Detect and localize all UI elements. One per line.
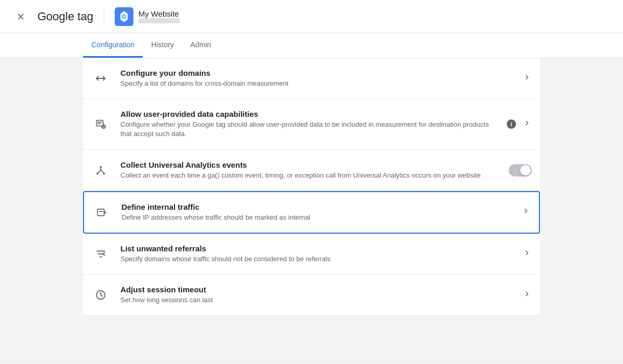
item-desc-configure-domains: Specify a list of domains for cross-doma… (120, 79, 514, 88)
item-title-configure-domains: Configure your domains (120, 69, 514, 77)
menu-item-session-timeout[interactable]: Adjust session timeout Set how long sess… (83, 275, 540, 316)
close-button[interactable] (12, 8, 29, 25)
clock-icon (91, 286, 110, 304)
chevron-right-icon (522, 73, 532, 85)
item-desc-unwanted-referrals: Specify domains whose traffic should not… (120, 254, 514, 264)
menu-item-unwanted-referrals[interactable]: List unwanted referrals Specify domains … (83, 234, 540, 275)
svg-rect-8 (98, 209, 104, 215)
item-content-session-timeout: Adjust session timeout Set how long sess… (120, 285, 514, 305)
internal-traffic-icon (92, 203, 111, 222)
brand-section: G My Website (115, 7, 180, 26)
chevron-right-icon (522, 289, 532, 301)
brand-sub (139, 18, 180, 23)
brand-info: My Website (139, 9, 180, 23)
item-content-user-data: Allow user-provided data capabilities Co… (120, 110, 498, 139)
brand-name: My Website (139, 9, 180, 18)
filter-icon (91, 245, 110, 263)
item-desc-user-data: Configure whether your Google tag should… (120, 120, 498, 139)
header-divider (104, 7, 104, 26)
menu-item-universal-analytics[interactable]: Collect Universal Analytics events Colle… (83, 150, 540, 191)
item-desc-universal-analytics: Collect an event each time a ga() custom… (120, 171, 500, 180)
tabs-bar: Configuration History Admin (0, 33, 623, 58)
user-data-icon (91, 115, 110, 133)
item-actions-unwanted-referrals (522, 248, 532, 260)
menu-item-user-data[interactable]: Allow user-provided data capabilities Co… (83, 99, 540, 150)
item-actions-configure-domains (522, 73, 532, 85)
chevron-right-icon (522, 248, 532, 260)
arrows-icon (91, 69, 110, 88)
item-title-session-timeout: Adjust session timeout (120, 285, 514, 294)
menu-item-internal-traffic[interactable]: Define internal traffic Define IP addres… (83, 191, 540, 234)
tab-configuration[interactable]: Configuration (83, 33, 143, 58)
item-content-configure-domains: Configure your domains Specify a list of… (120, 69, 514, 88)
item-actions-user-data: i (507, 118, 532, 130)
item-content-universal-analytics: Collect Universal Analytics events Colle… (120, 160, 500, 180)
item-actions-internal-traffic (521, 206, 531, 218)
content-area: Configure your domains Specify a list of… (0, 58, 623, 363)
menu-list: Configure your domains Specify a list of… (83, 58, 540, 316)
svg-line-10 (103, 254, 105, 255)
info-icon[interactable]: i (507, 119, 516, 129)
item-title-user-data: Allow user-provided data capabilities (120, 110, 498, 118)
fork-icon (91, 161, 110, 180)
item-content-unwanted-referrals: List unwanted referrals Specify domains … (120, 244, 514, 264)
svg-text:G: G (121, 13, 126, 19)
tab-history[interactable]: History (143, 33, 182, 58)
chevron-right-icon (521, 206, 531, 218)
item-actions-universal-analytics (509, 164, 532, 177)
item-title-universal-analytics: Collect Universal Analytics events (120, 160, 500, 169)
item-content-internal-traffic: Define internal traffic Define IP addres… (121, 203, 513, 222)
header: Google tag G My Website (0, 0, 623, 33)
item-title-unwanted-referrals: List unwanted referrals (120, 244, 514, 253)
toggle-universal-analytics[interactable] (509, 164, 532, 177)
chevron-right-icon (522, 118, 532, 130)
item-actions-session-timeout (522, 289, 532, 301)
google-tag-icon: G (115, 7, 133, 26)
item-desc-internal-traffic: Define IP addresses whose traffic should… (121, 213, 513, 222)
menu-item-configure-domains[interactable]: Configure your domains Specify a list of… (83, 58, 540, 99)
item-title-internal-traffic: Define internal traffic (121, 203, 513, 211)
app-title: Google tag (37, 10, 93, 23)
tab-admin[interactable]: Admin (182, 33, 220, 58)
item-desc-session-timeout: Set how long sessions can last (120, 295, 514, 305)
